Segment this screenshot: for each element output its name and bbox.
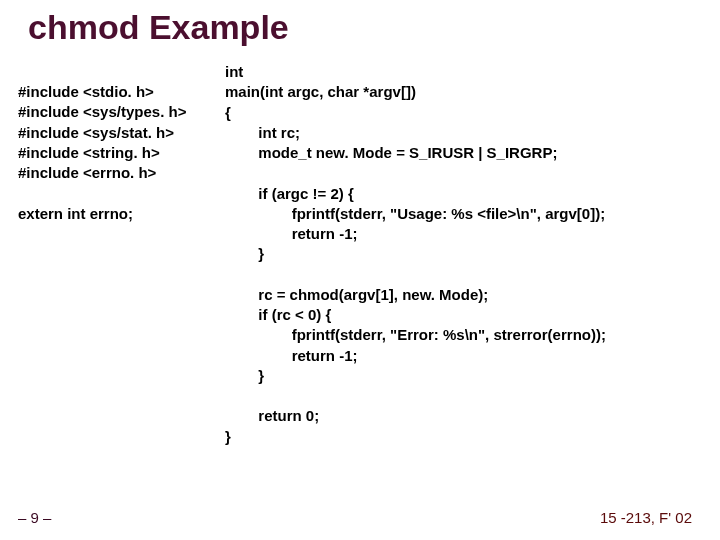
slide: chmod Example #include <stdio. h> #inclu… <box>0 0 720 540</box>
slide-title: chmod Example <box>28 8 289 47</box>
course-label: 15 -213, F' 02 <box>600 509 692 526</box>
page-number: – 9 – <box>18 509 51 526</box>
code-left-column: #include <stdio. h> #include <sys/types.… <box>18 82 186 224</box>
code-right-column: int main(int argc, char *argv[]) { int r… <box>225 62 606 447</box>
